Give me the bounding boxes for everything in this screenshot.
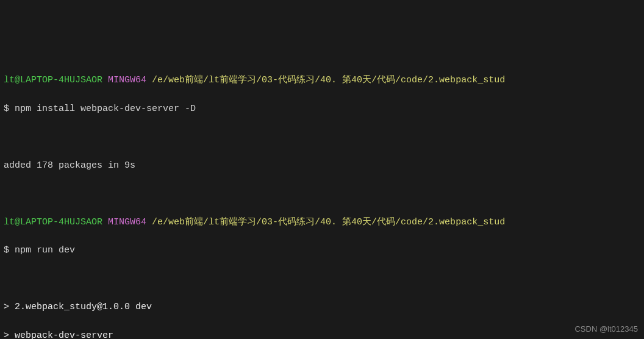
prompt-line-1: lt@LAPTOP-4HUJSAOR MINGW64 /e/web前端/lt前端… <box>4 73 640 87</box>
mingw-label: MINGW64 <box>108 75 146 85</box>
user-host: lt@LAPTOP-4HUJSAOR <box>4 75 102 85</box>
prompt-char: $ <box>4 245 9 255</box>
command-line-1: $ npm install webpack-dev-server -D <box>4 102 640 116</box>
watermark: CSDN @lt012345 <box>574 323 638 335</box>
npm-script-line-2: > webpack-dev-server <box>4 329 640 339</box>
cwd-path: /e/web前端/lt前端学习/03-代码练习/40. 第40天/代码/code… <box>152 75 505 85</box>
terminal-output[interactable]: lt@LAPTOP-4HUJSAOR MINGW64 /e/web前端/lt前端… <box>0 57 644 339</box>
blank-line <box>4 272 640 286</box>
mingw-label: MINGW64 <box>108 217 146 227</box>
install-result: added 178 packages in 9s <box>4 159 640 173</box>
npm-script-line-1: > 2.webpack_study@1.0.0 dev <box>4 300 640 314</box>
prompt-line-2: lt@LAPTOP-4HUJSAOR MINGW64 /e/web前端/lt前端… <box>4 215 640 229</box>
user-host: lt@LAPTOP-4HUJSAOR <box>4 217 102 227</box>
npm-run-command: npm run dev <box>15 245 75 255</box>
prompt-char: $ <box>4 104 9 114</box>
blank-line <box>4 187 640 201</box>
cwd-path: /e/web前端/lt前端学习/03-代码练习/40. 第40天/代码/code… <box>152 217 505 227</box>
blank-line <box>4 130 640 144</box>
npm-install-command: npm install webpack-dev-server -D <box>15 104 196 114</box>
command-line-2: $ npm run dev <box>4 243 640 257</box>
